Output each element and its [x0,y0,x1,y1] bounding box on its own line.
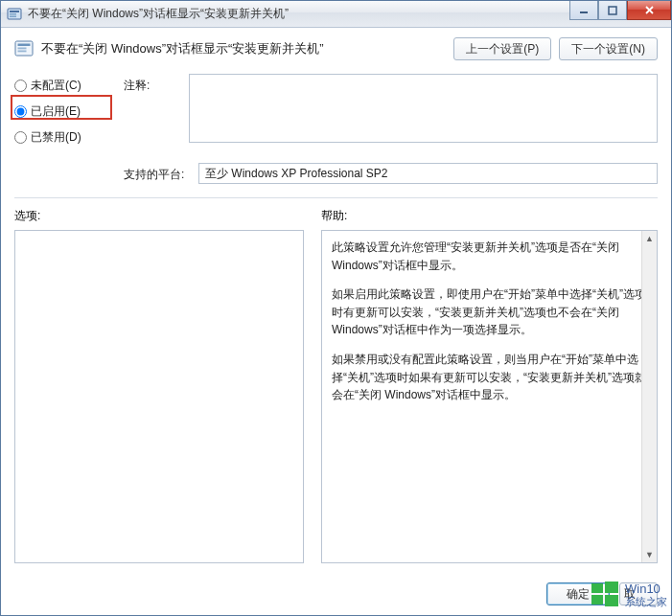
svg-rect-2 [10,13,16,15]
titlebar[interactable]: 不要在“关闭 Windows”对话框显示“安装更新并关机” [1,1,671,28]
radio-not-configured[interactable]: 未配置(C) [14,78,114,94]
radio-disabled-input[interactable] [14,131,27,144]
windows-logo-icon [589,579,621,611]
help-text: 此策略设置允许您管理“安装更新并关机”选项是否在“关闭 Windows”对话框中… [332,239,647,404]
watermark: Win10 系统之家 [587,577,669,613]
svg-rect-5 [609,7,616,14]
svg-rect-14 [591,595,603,605]
platform-label: 支持的平台: [124,165,189,183]
svg-rect-12 [591,583,603,593]
options-label: 选项: [14,208,304,224]
close-button[interactable] [627,1,671,20]
footer: 确定 取 Win10 系统之家 [1,573,671,615]
comment-label: 注释: [124,74,179,94]
minimize-icon [579,6,589,15]
svg-rect-4 [580,11,588,13]
comment-field-wrap [189,74,658,146]
svg-rect-1 [10,11,19,12]
scroll-down-icon[interactable]: ▼ [642,547,657,562]
svg-rect-15 [605,595,618,606]
window-controls [569,1,671,20]
svg-rect-10 [18,48,27,50]
app-icon [7,7,22,22]
help-paragraph-2: 如果启用此策略设置，即使用户在“开始”菜单中选择“关机”选项时有更新可以安装，“… [332,285,647,339]
radio-not-configured-input[interactable] [14,80,27,92]
help-panel: 此策略设置允许您管理“安装更新并关机”选项是否在“关闭 Windows”对话框中… [321,230,658,563]
platform-value: 至少 Windows XP Professional SP2 [198,163,658,184]
header-row: 不要在“关闭 Windows”对话框显示“安装更新并关机” 上一个设置(P) 下… [14,37,658,60]
policy-editor-window: 不要在“关闭 Windows”对话框显示“安装更新并关机” 不要在“关闭 Win… [0,0,672,616]
svg-rect-11 [18,51,27,53]
platform-row: 支持的平台: 至少 Windows XP Professional SP2 [14,163,658,184]
help-paragraph-1: 此策略设置允许您管理“安装更新并关机”选项是否在“关闭 Windows”对话框中… [332,239,647,274]
radio-disabled-label: 已禁用(D) [31,129,81,146]
watermark-text: Win10 系统之家 [625,582,667,607]
maximize-icon [608,6,617,15]
radio-not-configured-label: 未配置(C) [31,78,81,94]
radio-disabled[interactable]: 已禁用(D) [14,129,114,146]
svg-rect-9 [18,44,31,47]
divider [14,197,658,198]
radio-enabled[interactable]: 已启用(E) [14,103,114,120]
policy-icon [14,39,34,58]
help-label: 帮助: [321,208,658,224]
policy-title: 不要在“关闭 Windows”对话框显示“安装更新并关机” [41,40,446,57]
options-panel [14,230,304,563]
help-paragraph-3: 如果禁用或没有配置此策略设置，则当用户在“开始”菜单中选择“关机”选项时如果有更… [332,351,647,404]
panels: 此策略设置允许您管理“安装更新并关机”选项是否在“关闭 Windows”对话框中… [14,230,658,563]
close-icon [644,5,655,15]
help-scrollbar[interactable]: ▲ ▼ [641,231,657,562]
panels-header: 选项: 帮助: [14,208,658,224]
maximize-button[interactable] [598,1,627,20]
content-area: 不要在“关闭 Windows”对话框显示“安装更新并关机” 上一个设置(P) 下… [1,28,671,573]
config-row: 未配置(C) 已启用(E) 已禁用(D) 注释: [14,74,658,155]
comment-textarea[interactable] [189,74,658,143]
previous-setting-button[interactable]: 上一个设置(P) [453,37,551,60]
titlebar-text: 不要在“关闭 Windows”对话框显示“安装更新并关机” [28,6,289,22]
next-setting-button[interactable]: 下一个设置(N) [559,37,658,60]
minimize-button[interactable] [569,1,598,20]
scroll-up-icon[interactable]: ▲ [642,231,657,246]
radio-enabled-label: 已启用(E) [31,103,81,120]
radio-enabled-input[interactable] [14,105,27,118]
radio-group: 未配置(C) 已启用(E) 已禁用(D) [14,74,114,155]
svg-rect-3 [10,15,16,17]
svg-rect-13 [605,582,618,593]
